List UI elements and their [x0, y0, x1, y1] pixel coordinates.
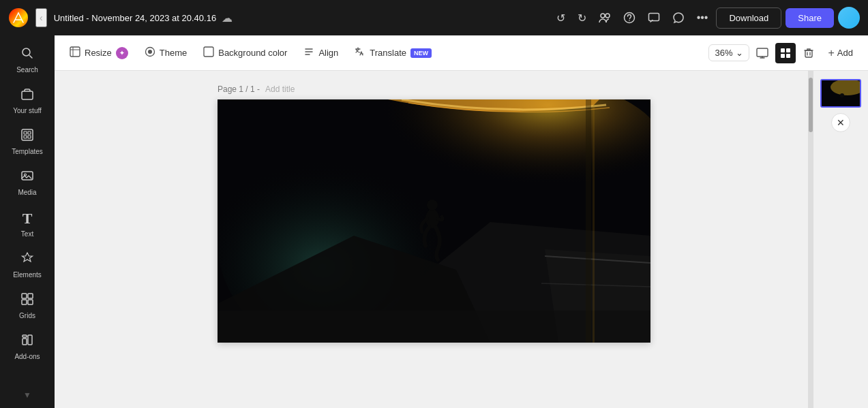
svg-rect-16	[28, 294, 33, 298]
svg-rect-18	[28, 300, 33, 304]
toolbar: Resize ✦ Theme Background c	[55, 35, 868, 71]
svg-rect-5	[648, 14, 659, 21]
svg-rect-37	[218, 311, 650, 343]
sidebar-item-add-ons[interactable]: Add-ons	[3, 328, 52, 366]
collaborators-icon	[599, 12, 611, 24]
svg-point-6	[23, 48, 30, 56]
canvas-art	[218, 99, 650, 343]
cloud-sync-icon: ☁	[222, 12, 233, 25]
svg-point-1	[601, 14, 605, 18]
translate-button[interactable]: Translate NEW	[348, 42, 438, 63]
thumbnail-close-button[interactable]: ✕	[831, 113, 850, 132]
svg-rect-38	[586, 99, 591, 343]
svg-point-34	[327, 99, 650, 236]
svg-rect-9	[24, 131, 27, 134]
present-button[interactable]	[752, 43, 773, 63]
thumbnail-card[interactable]	[820, 79, 861, 108]
svg-rect-30	[786, 54, 790, 58]
resize-button[interactable]: Resize ✦	[63, 42, 135, 63]
svg-point-4	[629, 20, 630, 21]
svg-point-0	[9, 8, 28, 27]
comments-button[interactable]	[644, 7, 664, 28]
svg-point-33	[218, 120, 518, 343]
svg-rect-39	[593, 99, 595, 343]
navbar: ‹ Untitled - November 24, 2023 at 20.40.…	[0, 0, 868, 35]
help-icon	[623, 12, 635, 24]
present-icon	[756, 47, 768, 59]
add-button[interactable]: + Add	[822, 43, 860, 63]
add-title-button[interactable]: Add title	[265, 84, 295, 94]
sidebar-item-label: Your stuff	[13, 107, 42, 114]
sidebar-item-search[interactable]: Search	[3, 41, 52, 79]
redo-button[interactable]: ↻	[573, 7, 590, 29]
share-button[interactable]: Share	[785, 8, 834, 28]
sidebar-item-label: Text	[21, 230, 33, 238]
document-title: Untitled - November 24, 2023 at 20.40.16…	[54, 12, 545, 25]
vertical-scrollbar[interactable]	[808, 71, 813, 408]
sidebar-item-label: Grids	[19, 312, 35, 319]
theme-button[interactable]: Theme	[138, 42, 194, 63]
undo-button[interactable]: ↺	[552, 7, 569, 29]
svg-rect-8	[22, 129, 33, 140]
more-options-button[interactable]: •••	[693, 7, 713, 28]
page-label: Page 1 / 1 -	[218, 84, 260, 94]
avatar[interactable]	[838, 7, 860, 29]
svg-rect-22	[70, 47, 80, 57]
sidebar-item-media[interactable]: Media	[3, 163, 52, 202]
align-button[interactable]: Align	[297, 42, 345, 63]
svg-rect-31	[805, 50, 812, 57]
sidebar-item-label: Search	[16, 66, 38, 74]
grid-view-button[interactable]	[775, 43, 796, 63]
sidebar-item-grids[interactable]: Grids	[3, 287, 52, 325]
zoom-button[interactable]: 36% ⌄	[708, 44, 749, 61]
chat-icon	[672, 12, 685, 24]
download-button[interactable]: Download	[716, 7, 781, 29]
chat-button[interactable]	[668, 7, 689, 28]
sidebar-item-label: Add-ons	[14, 353, 40, 360]
svg-point-24	[148, 50, 152, 54]
plus-icon: +	[828, 47, 835, 59]
align-icon	[303, 46, 314, 59]
thumbnail-panel: ✕	[813, 71, 868, 408]
collaborators-button[interactable]	[595, 7, 615, 28]
svg-rect-17	[22, 300, 27, 304]
media-icon	[20, 169, 34, 186]
svg-rect-21	[23, 335, 27, 337]
sidebar-item-label: Media	[18, 189, 36, 196]
sidebar-item-elements[interactable]: Elements	[3, 246, 52, 284]
sidebar-item-your-stuff[interactable]: Your stuff	[3, 82, 52, 120]
svg-rect-25	[204, 47, 213, 57]
navbar-actions: ↺ ↻ ••	[552, 7, 860, 29]
sidebar-item-text[interactable]: T Text	[3, 204, 52, 243]
adobe-logo-icon[interactable]	[8, 7, 29, 28]
canvas-container: Page 1 / 1 - Add title	[55, 71, 868, 408]
add-ons-icon	[20, 333, 34, 350]
back-button[interactable]: ‹	[35, 8, 47, 27]
background-color-icon	[203, 46, 214, 59]
background-color-button[interactable]: Background color	[196, 42, 294, 63]
svg-point-36	[427, 200, 438, 210]
scrollbar-thumb[interactable]	[809, 78, 813, 132]
svg-rect-7	[22, 91, 33, 99]
canvas-inner: Page 1 / 1 - Add title	[55, 71, 868, 408]
sidebar-scroll-down[interactable]: ▼	[20, 388, 34, 403]
svg-rect-26	[757, 48, 768, 57]
canvas[interactable]	[218, 99, 650, 343]
sidebar-item-label: Elements	[13, 271, 42, 279]
svg-rect-27	[781, 48, 785, 52]
sidebar-item-label: Templates	[12, 148, 43, 155]
svg-rect-29	[781, 54, 785, 58]
theme-icon	[145, 46, 155, 59]
text-icon: T	[23, 210, 33, 227]
resize-badge: ✦	[116, 47, 128, 59]
svg-rect-28	[786, 48, 790, 52]
help-button[interactable]	[619, 7, 640, 28]
canvas-photo	[218, 99, 650, 343]
sidebar-item-templates[interactable]: Templates	[3, 123, 52, 161]
svg-rect-10	[28, 131, 31, 134]
delete-button[interactable]	[798, 43, 819, 63]
new-badge: NEW	[410, 48, 432, 58]
svg-rect-19	[23, 339, 27, 345]
comment-icon	[648, 12, 660, 24]
svg-point-2	[605, 14, 610, 18]
